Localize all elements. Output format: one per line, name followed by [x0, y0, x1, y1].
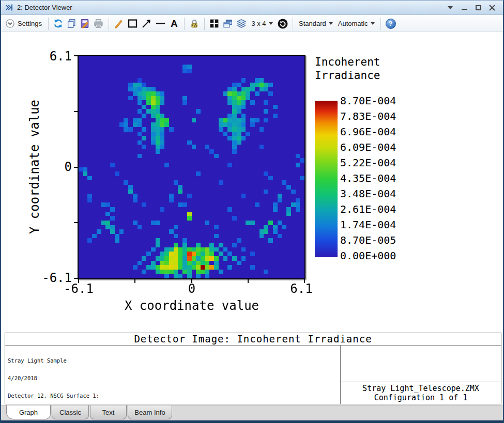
- x-tick-label: 6.1: [278, 283, 325, 295]
- y-axis-label: Y coordinate value: [27, 89, 42, 244]
- cascade-windows-icon[interactable]: [221, 17, 235, 30]
- legend-title: Incoherent Irradiance: [315, 55, 380, 82]
- settings-button[interactable]: Settings: [4, 17, 45, 30]
- minimize-button[interactable]: [460, 3, 469, 12]
- layers-icon[interactable]: [235, 17, 248, 30]
- arrow-annotate-icon[interactable]: [140, 17, 154, 30]
- y-tick-label: 0: [41, 161, 72, 173]
- legend-label: 8.70E-005: [340, 235, 407, 245]
- chevron-down-icon: [329, 22, 333, 25]
- legend-labels: 8.70E-004 7.83E-004 6.96E-004 6.09E-004 …: [340, 96, 407, 261]
- legend-label: 0.00E+000: [340, 250, 407, 261]
- window-menu-button[interactable]: [446, 3, 455, 12]
- line-annotate-icon[interactable]: [154, 17, 167, 30]
- x-tick-label: -6.1: [55, 283, 102, 295]
- legend-label: 5.22E-004: [340, 158, 407, 168]
- help-icon: ?: [386, 19, 396, 29]
- title-bar: 2: Detector Viewer: [1, 1, 503, 15]
- grid-layout-dropdown[interactable]: 3 x 4: [248, 17, 276, 30]
- y-tick-label: 6.1: [41, 50, 72, 62]
- dock-window-icon: [5, 3, 13, 12]
- automatic-label: Automatic: [338, 20, 368, 27]
- configuration-label: Configuration 1 of 1: [374, 393, 468, 402]
- legend-label: 7.83E-004: [340, 111, 407, 121]
- automatic-dropdown[interactable]: Automatic: [335, 17, 377, 30]
- text-annotate-icon[interactable]: A: [167, 17, 181, 30]
- pencil-annotate-icon[interactable]: [112, 17, 126, 30]
- fit-window-icon[interactable]: [208, 17, 221, 30]
- help-button[interactable]: ?: [384, 17, 398, 30]
- legend-label: 3.48E-004: [340, 189, 407, 199]
- legend-label: 6.09E-004: [340, 142, 407, 152]
- settings-chevron-icon: [5, 19, 15, 28]
- legend-label: 4.35E-004: [340, 173, 407, 183]
- window-bottom-edge: [1, 420, 503, 423]
- legend-label: 6.96E-004: [340, 127, 407, 137]
- refresh-icon[interactable]: [52, 17, 65, 30]
- toolbar-separator: [204, 18, 205, 30]
- info-panel-body: Stray Light Sample 4/20/2018 Detector 12…: [5, 346, 501, 404]
- maximize-button[interactable]: [474, 3, 483, 12]
- settings-label: Settings: [18, 20, 42, 27]
- info-panel: Detector Image: Incoherent Irradiance St…: [5, 333, 501, 404]
- tab-text[interactable]: Text: [90, 405, 127, 419]
- chevron-down-icon: [371, 22, 375, 25]
- detector-heatmap: [79, 56, 304, 278]
- toolbar-separator: [293, 18, 293, 30]
- tab-beam-info[interactable]: Beam Info: [128, 405, 172, 419]
- toolbar-separator: [109, 18, 109, 30]
- reset-rotate-icon[interactable]: [276, 17, 289, 30]
- standard-label: Standard: [299, 20, 326, 27]
- tab-bar: Graph Classic Text Beam Info: [1, 405, 503, 420]
- save-image-icon[interactable]: [79, 17, 92, 30]
- file-info-box: Stray Light_Telescope.ZMX Configuration …: [341, 382, 501, 404]
- tab-classic[interactable]: Classic: [52, 405, 89, 419]
- grid-layout-label: 3 x 4: [251, 20, 266, 27]
- x-tick-label: 0: [169, 283, 215, 295]
- print-icon[interactable]: [92, 17, 105, 30]
- window-title: 2: Detector Viewer: [17, 4, 72, 11]
- file-name: Stray Light_Telescope.ZMX: [362, 384, 479, 393]
- info-panel-header: Detector Image: Incoherent Irradiance: [5, 333, 501, 346]
- legend-label: 2.61E-004: [340, 204, 407, 214]
- detector-viewer-window: 2: Detector Viewer Settings: [0, 0, 504, 423]
- toolbar: Settings: [1, 15, 503, 32]
- rectangle-annotate-icon[interactable]: [126, 17, 140, 30]
- legend-label: 8.70E-004: [340, 96, 407, 106]
- plot-frame: [78, 55, 306, 279]
- x-axis-label: X coordinate value: [125, 299, 259, 313]
- toolbar-separator: [380, 18, 381, 30]
- close-button[interactable]: [487, 3, 497, 12]
- tab-graph[interactable]: Graph: [6, 405, 51, 419]
- copy-icon[interactable]: [65, 17, 79, 30]
- lock-icon[interactable]: [188, 17, 201, 30]
- standard-dropdown[interactable]: Standard: [296, 17, 335, 30]
- colorbar: [315, 101, 338, 257]
- legend-label: 1.74E-004: [340, 220, 407, 230]
- chevron-down-icon: [269, 22, 273, 25]
- toolbar-separator: [184, 18, 185, 30]
- toolbar-separator: [48, 18, 49, 30]
- window-controls: [446, 3, 503, 12]
